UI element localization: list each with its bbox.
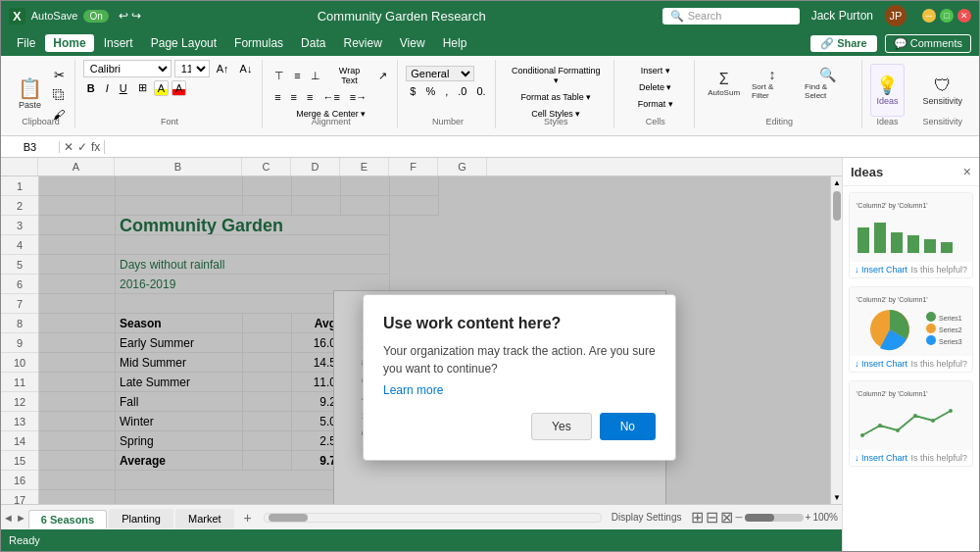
insert-chart-2-button[interactable]: ↓ Insert Chart xyxy=(855,359,907,369)
scroll-down-button[interactable]: ▼ xyxy=(831,491,842,504)
sensitivity-button[interactable]: 🛡 Sensitivity xyxy=(918,64,968,117)
autosum-button[interactable]: Σ AutoSum xyxy=(703,64,745,103)
decimal-decrease-button[interactable]: 0. xyxy=(472,83,489,99)
delete-cells-button[interactable]: Delete ▾ xyxy=(634,80,677,94)
font-color-button[interactable]: A xyxy=(172,80,186,96)
indent-decrease-button[interactable]: ←≡ xyxy=(318,89,343,105)
conditional-formatting-button[interactable]: Conditional Formatting ▾ xyxy=(504,64,608,87)
svg-point-45 xyxy=(878,424,882,427)
view-mode-normal[interactable]: ⊞ xyxy=(691,508,704,527)
decrease-font-button[interactable]: A↓ xyxy=(236,61,257,76)
undo-icon[interactable]: ↩ xyxy=(119,9,128,23)
menu-file[interactable]: File xyxy=(9,34,43,52)
vertical-scrollbar[interactable]: ▲ ▼ xyxy=(830,176,842,504)
menu-page-layout[interactable]: Page Layout xyxy=(143,34,224,52)
menu-view[interactable]: View xyxy=(392,34,433,52)
sheet-tab-market[interactable]: Market xyxy=(175,509,234,528)
fill-color-button[interactable]: A xyxy=(154,80,169,96)
cut-button[interactable]: ✂ xyxy=(49,66,69,84)
menu-formulas[interactable]: Formulas xyxy=(226,34,291,52)
display-settings-button[interactable]: Display Settings xyxy=(606,512,688,523)
redo-icon[interactable]: ↪ xyxy=(131,9,141,23)
horizontal-scrollbar[interactable] xyxy=(264,513,602,523)
helpful-3[interactable]: Is this helpful? xyxy=(910,453,967,463)
insert-chart-1-button[interactable]: ↓ Insert Chart xyxy=(855,265,907,275)
wrap-text-button[interactable]: Wrap Text xyxy=(326,64,373,87)
italic-button[interactable]: I xyxy=(102,80,113,96)
increase-font-button[interactable]: A↑ xyxy=(213,61,233,76)
sheet-tab-planting[interactable]: Planting xyxy=(109,509,173,528)
excel-icon: X xyxy=(9,8,25,25)
align-right-button[interactable]: ≡ xyxy=(303,89,317,105)
minimize-button[interactable]: ─ xyxy=(922,9,936,23)
find-select-button[interactable]: 🔍 Find & Select xyxy=(800,64,856,103)
orientation-button[interactable]: ↗ xyxy=(374,64,391,87)
scroll-up-button[interactable]: ▲ xyxy=(831,176,842,189)
user-name: Jack Purton xyxy=(811,9,873,23)
zoom-minus[interactable]: ─ xyxy=(735,512,742,523)
scroll-thumb[interactable] xyxy=(833,191,841,221)
insert-cells-button[interactable]: Insert ▾ xyxy=(634,64,677,77)
menu-help[interactable]: Help xyxy=(435,34,475,52)
decimal-increase-button[interactable]: .0 xyxy=(454,83,470,99)
view-mode-page-break[interactable]: ⊠ xyxy=(720,508,733,527)
paste-button[interactable]: 📋 Paste xyxy=(13,68,47,121)
format-cells-button[interactable]: Format ▾ xyxy=(634,97,677,111)
ribbon-number: General $ % , .0 0. Number xyxy=(400,60,496,128)
dialog-no-button[interactable]: No xyxy=(600,413,656,440)
comments-button[interactable]: 💬 Comments xyxy=(885,34,971,53)
align-bottom-button[interactable]: ⊥ xyxy=(307,64,324,87)
align-middle-button[interactable]: ≡ xyxy=(290,64,304,87)
cancel-formula-icon[interactable]: ✕ xyxy=(64,140,74,154)
menu-home[interactable]: Home xyxy=(45,34,93,52)
indent-increase-button[interactable]: ≡→ xyxy=(346,89,370,105)
maximize-button[interactable]: □ xyxy=(940,9,954,23)
share-button[interactable]: 🔗 Share xyxy=(810,35,877,52)
border-button[interactable]: ⊞ xyxy=(134,79,151,96)
menu-data[interactable]: Data xyxy=(293,34,333,52)
add-sheet-button[interactable]: + xyxy=(236,507,260,528)
font-size-select[interactable]: 11 xyxy=(174,60,210,77)
idea-card-2[interactable]: 'Column2' by 'Column1' Series1 Series2 S… xyxy=(849,286,973,373)
underline-button[interactable]: U xyxy=(116,80,131,96)
view-mode-layout[interactable]: ⊟ xyxy=(706,508,718,527)
h-scroll-thumb[interactable] xyxy=(269,514,308,522)
font-name-select[interactable]: Calibri xyxy=(83,60,172,77)
number-format-select[interactable]: General xyxy=(406,66,474,81)
dialog-learn-more-link[interactable]: Learn more xyxy=(383,383,656,397)
ideas-panel-close-button[interactable]: × xyxy=(963,164,971,179)
insert-function-icon[interactable]: fx xyxy=(91,140,100,154)
search-bar[interactable]: 🔍 Search xyxy=(662,8,800,25)
format-table-button[interactable]: Format as Table ▾ xyxy=(504,90,608,104)
bold-button[interactable]: B xyxy=(83,80,99,96)
align-center-button[interactable]: ≡ xyxy=(287,89,301,105)
svg-rect-31 xyxy=(891,232,903,253)
copy-button[interactable]: ⿻ xyxy=(49,86,69,104)
currency-button[interactable]: $ xyxy=(406,83,419,99)
idea-card-3[interactable]: 'Column2' by 'Column1' ↓ Insert Chart xyxy=(849,380,973,467)
comma-button[interactable]: , xyxy=(441,83,452,99)
prev-sheet-button[interactable]: ◄ xyxy=(3,512,14,524)
confirm-formula-icon[interactable]: ✓ xyxy=(77,140,87,154)
name-box[interactable]: B3 xyxy=(1,141,60,153)
zoom-plus[interactable]: + xyxy=(806,512,811,523)
next-sheet-button[interactable]: ► xyxy=(16,512,26,524)
helpful-1[interactable]: Is this helpful? xyxy=(910,265,967,275)
menu-review[interactable]: Review xyxy=(335,34,389,52)
zoom-slider[interactable] xyxy=(745,514,804,522)
align-left-button[interactable]: ≡ xyxy=(270,89,284,105)
idea-card-1[interactable]: 'Column2' by 'Column1' ↓ Insert Chart Is… xyxy=(849,192,973,278)
insert-chart-3-button[interactable]: ↓ Insert Chart xyxy=(855,453,907,463)
menu-insert[interactable]: Insert xyxy=(96,34,141,52)
zoom-controls: ⊞ ⊟ ⊠ ─ + 100% xyxy=(687,508,842,527)
sort-filter-button[interactable]: ↕ Sort & Filter xyxy=(747,64,798,103)
ideas-ribbon-button[interactable]: 💡 Ideas xyxy=(870,64,904,117)
percent-button[interactable]: % xyxy=(421,83,439,99)
align-top-button[interactable]: ⊤ xyxy=(270,64,288,87)
helpful-2[interactable]: Is this helpful? xyxy=(910,359,967,369)
close-button[interactable]: ✕ xyxy=(957,9,971,23)
autosave-toggle[interactable]: On xyxy=(83,10,108,23)
sheet-tab-6seasons[interactable]: 6 Seasons xyxy=(28,510,107,528)
svg-point-44 xyxy=(860,433,864,437)
dialog-yes-button[interactable]: Yes xyxy=(531,413,592,440)
